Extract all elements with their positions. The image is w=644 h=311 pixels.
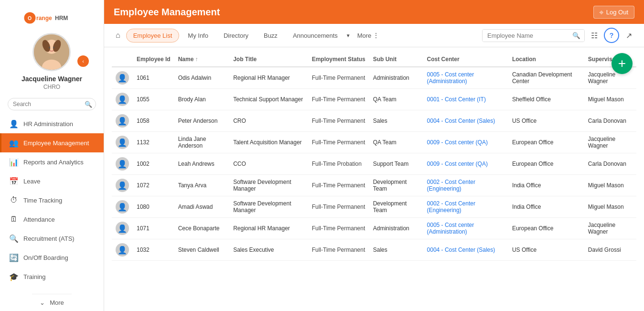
- recruitment-icon: 🔍: [9, 234, 19, 243]
- reports-icon: 📊: [9, 157, 19, 167]
- sidebar-item-time-tracking[interactable]: ⏱ Time Tracking: [0, 191, 104, 210]
- sub-unit: Sales: [369, 239, 423, 261]
- cost-center-link[interactable]: 0005 - Cost center (Administration): [427, 222, 474, 235]
- table-row[interactable]: 👤1132Linda Jane AndersonTalent Acquisiti…: [112, 132, 636, 153]
- table-row[interactable]: 👤1071Cece BonaparteRegional HR ManagerFu…: [112, 218, 636, 239]
- job-title: Regional HR Manager: [229, 67, 308, 89]
- employee-search-input[interactable]: [483, 30, 569, 42]
- employee-avatar: 👤: [116, 114, 129, 128]
- table-row[interactable]: 👤1055Brody AlanTechnical Support Manager…: [112, 89, 636, 110]
- tab-directory[interactable]: Directory: [217, 29, 255, 43]
- cost-center-link[interactable]: 0004 - Cost Center (Sales): [427, 118, 495, 124]
- table-row[interactable]: 👤1058Peter AndersonCROFull-Time Permanen…: [112, 110, 636, 132]
- help-button[interactable]: ?: [604, 28, 619, 43]
- reports-label: Reports and Analytics: [23, 159, 84, 166]
- table-row[interactable]: 👤1061Odis AdalwinRegional HR ManagerFull…: [112, 67, 636, 89]
- sidebar-item-recruitment[interactable]: 🔍 Recruitment (ATS): [0, 229, 104, 248]
- leave-icon: 📅: [9, 176, 19, 186]
- cost-center[interactable]: 0005 - Cost center (Administration): [423, 67, 508, 89]
- table-row[interactable]: 👤1002Leah AndrewsCCOFull-Time ProbationS…: [112, 153, 636, 175]
- announcements-tab[interactable]: Announcements ▼: [286, 29, 351, 42]
- cost-center[interactable]: 0004 - Cost Center (Sales): [423, 110, 508, 132]
- sub-unit: Development Team: [369, 196, 423, 218]
- cost-center-link[interactable]: 0005 - Cost center (Administration): [427, 71, 474, 85]
- sidebar-item-training[interactable]: 🎓 Training: [0, 267, 104, 286]
- cost-center-link[interactable]: 0001 - Cost Center (IT): [427, 96, 486, 103]
- cost-center[interactable]: 0005 - Cost center (Administration): [423, 218, 508, 239]
- col-location: Location: [508, 52, 584, 67]
- employee-avatar: 👤: [116, 222, 129, 235]
- logout-label: Log Out: [606, 9, 628, 16]
- supervisor: Miguel Mason: [584, 196, 636, 218]
- logout-button[interactable]: ⎆ Log Out: [593, 6, 634, 19]
- cost-center[interactable]: 0002 - Cost Center (Engineering): [423, 175, 508, 196]
- table-row[interactable]: 👤1032Steven CaldwellSales ExecutiveFull-…: [112, 239, 636, 261]
- col-name[interactable]: Name↑: [174, 52, 229, 67]
- svg-text:range: range: [36, 15, 52, 21]
- employee-name: Linda Jane Anderson: [174, 132, 229, 153]
- search-button[interactable]: 🔍: [569, 30, 584, 42]
- sidebar-search-input[interactable]: [8, 98, 96, 110]
- home-button[interactable]: ⌂: [112, 29, 124, 42]
- cost-center-link[interactable]: 0004 - Cost Center (Sales): [427, 247, 495, 253]
- employee-id: 1071: [133, 218, 174, 239]
- supervisor: David Grossi: [584, 239, 636, 261]
- employee-avatar-cell: 👤: [112, 132, 133, 153]
- more-tab-button[interactable]: More ⋮: [353, 29, 385, 42]
- onboarding-icon: 🔄: [9, 253, 19, 262]
- recruitment-label: Recruitment (ATS): [23, 235, 75, 242]
- employee-search-area: 🔍: [482, 29, 585, 42]
- add-employee-button[interactable]: +: [612, 53, 633, 74]
- sort-icon: ↑: [195, 56, 198, 63]
- cost-center-link[interactable]: 0009 - Cost center (QA): [427, 139, 488, 146]
- employee-avatar: 👤: [116, 136, 129, 149]
- collapse-sidebar-button[interactable]: ‹: [77, 55, 89, 67]
- employee-avatar-cell: 👤: [112, 218, 133, 239]
- cost-center[interactable]: 0002 - Cost Center (Engineering): [423, 196, 508, 218]
- location: US Office: [508, 110, 584, 132]
- cost-center[interactable]: 0009 - Cost center (QA): [423, 153, 508, 175]
- job-title: CCO: [229, 153, 308, 175]
- cost-center[interactable]: 0009 - Cost center (QA): [423, 132, 508, 153]
- sidebar-item-leave[interactable]: 📅 Leave: [0, 172, 104, 191]
- sub-unit: QA Team: [369, 89, 423, 110]
- announcements-button[interactable]: Announcements: [286, 29, 344, 42]
- avatar: [32, 33, 71, 71]
- employment-status: Full-Time Permanent: [308, 132, 369, 153]
- employee-avatar-cell: 👤: [112, 110, 133, 132]
- sidebar-item-employee-management[interactable]: 👥 Employee Management: [0, 133, 104, 152]
- hr-admin-label: HR Administration: [23, 120, 73, 128]
- sidebar-item-hr-admin[interactable]: 👤 HR Administration: [0, 114, 104, 133]
- announcements-dropdown-icon: ▼: [346, 33, 351, 38]
- tab-employee-list[interactable]: Employee List: [126, 29, 180, 43]
- employee-management-label: Employee Management: [23, 139, 89, 147]
- sidebar-search-area: 🔍: [8, 98, 96, 110]
- employee-name: Peter Anderson: [174, 110, 229, 132]
- table-row[interactable]: 👤1072Tanya ArvaSoftware Development Mana…: [112, 175, 636, 196]
- employment-status: Full-Time Permanent: [308, 67, 369, 89]
- cost-center[interactable]: 0004 - Cost Center (Sales): [423, 239, 508, 261]
- share-button[interactable]: ↗: [621, 28, 636, 43]
- employee-name: Steven Caldwell: [174, 239, 229, 261]
- cost-center-link[interactable]: 0009 - Cost center (QA): [427, 161, 488, 167]
- tab-buzz[interactable]: Buzz: [257, 29, 284, 43]
- employee-id: 1080: [133, 196, 174, 218]
- sidebar-more-button[interactable]: ⌄ More: [32, 294, 72, 311]
- sidebar-item-reports[interactable]: 📊 Reports and Analytics: [0, 152, 104, 172]
- employee-id: 1058: [133, 110, 174, 132]
- location: US Office: [508, 239, 584, 261]
- col-job_title: Job Title: [229, 52, 308, 67]
- sub-unit: Administration: [369, 67, 423, 89]
- table-row[interactable]: 👤1080Amadi AswadSoftware Development Man…: [112, 196, 636, 218]
- sidebar-item-onboarding[interactable]: 🔄 On/Off Boarding: [0, 248, 104, 267]
- employee-avatar-cell: 👤: [112, 89, 133, 110]
- cost-center[interactable]: 0001 - Cost Center (IT): [423, 89, 508, 110]
- more-tab-icon: ⋮: [373, 32, 379, 39]
- tab-my-info[interactable]: My Info: [181, 29, 215, 43]
- location: Sheffield Office: [508, 89, 584, 110]
- cost-center-link[interactable]: 0002 - Cost Center (Engineering): [427, 200, 475, 214]
- cost-center-link[interactable]: 0002 - Cost Center (Engineering): [427, 179, 475, 192]
- filter-button[interactable]: ☷: [587, 28, 602, 43]
- sidebar-item-attendance[interactable]: 🗓 Attendance: [0, 210, 104, 229]
- sub-unit: Administration: [369, 218, 423, 239]
